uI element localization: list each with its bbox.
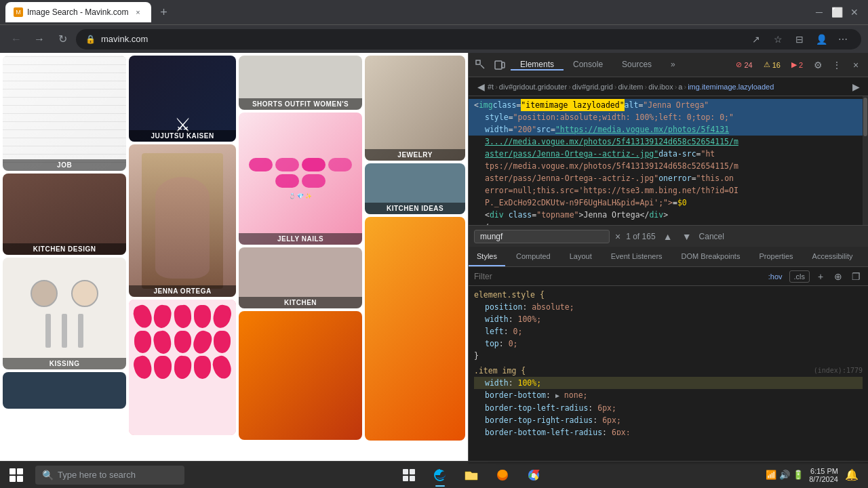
clock-date: 8/7/2024	[809, 475, 838, 483]
filter-input[interactable]	[474, 272, 762, 281]
inspect-element-button[interactable]	[473, 57, 489, 73]
close-window-button[interactable]: ✕	[846, 4, 863, 20]
list-item[interactable]	[3, 372, 126, 409]
maximize-button[interactable]: ⬜	[829, 4, 845, 20]
file-explorer-icon[interactable]	[456, 462, 486, 489]
tab-elements[interactable]: Elements	[511, 60, 564, 70]
taskbar: 🔍 Type here to search	[0, 461, 868, 488]
search-bar: × 1 of 165 ▲ ▼ Cancel	[469, 225, 868, 247]
sound-icon[interactable]: 🔊	[779, 470, 790, 480]
taskbar-search[interactable]: 🔍 Type here to search	[35, 466, 184, 485]
list-item[interactable]: Kissing	[3, 258, 126, 369]
add-style-button[interactable]: +	[814, 270, 827, 283]
search-cancel-button[interactable]: Cancel	[699, 232, 724, 241]
new-rule-button[interactable]: ⊕	[831, 270, 845, 283]
code-content[interactable]: <img class="itemimage lazyloaded" alt="J…	[469, 96, 863, 225]
svg-rect-4	[410, 469, 415, 474]
minimize-button[interactable]: ─	[811, 4, 827, 20]
svg-point-10	[532, 473, 536, 477]
windows-logo-icon	[9, 468, 23, 482]
extensions-icon[interactable]: ⋯	[834, 30, 852, 48]
profile-icon[interactable]: 👤	[812, 30, 830, 48]
notification-button[interactable]: 🔔	[844, 467, 860, 483]
breadcrumb-item[interactable]: div#grid.grid	[572, 83, 613, 91]
tab-more[interactable]: »	[661, 60, 685, 70]
breadcrumb-nav-right[interactable]: ▶	[849, 80, 863, 94]
start-button[interactable]	[0, 462, 33, 488]
list-item[interactable]: Kitchen Ideas	[365, 163, 465, 214]
styles-content[interactable]: element.style { position: absolute; widt…	[469, 286, 868, 435]
breadcrumb-item[interactable]: div.ibox	[648, 83, 673, 91]
tab-console[interactable]: Console	[564, 60, 612, 70]
item-label: Kitchen Ideas	[365, 203, 465, 214]
task-view-icon[interactable]	[394, 462, 424, 489]
tab-styles[interactable]: Styles	[469, 247, 505, 266]
code-line: aster/pass/Jenna-Ortega--actriz-.jpg" da…	[469, 148, 863, 160]
share-icon[interactable]: ↗	[747, 30, 765, 48]
breadcrumb-bar: ◀ #t › div#gridout.gridouter › div#grid.…	[469, 77, 868, 96]
list-item[interactable]	[365, 217, 465, 441]
list-item[interactable]: Jenna Ortega	[129, 144, 236, 297]
breadcrumb-item[interactable]: #t	[488, 83, 494, 91]
breadcrumb-item[interactable]: div#gridout.gridouter	[499, 83, 567, 91]
code-area: <img class="itemimage lazyloaded" alt="J…	[469, 96, 868, 225]
breadcrumb-nav-left[interactable]: ◀	[474, 80, 488, 94]
tab-sources[interactable]: Sources	[612, 60, 661, 70]
split-screen-icon[interactable]: ⊟	[791, 30, 808, 48]
search-prev-button[interactable]: ▲	[661, 230, 675, 243]
devtools-close-button[interactable]: ×	[848, 57, 864, 73]
battery-icon[interactable]: 🔋	[793, 470, 804, 480]
chrome-icon[interactable]	[519, 462, 549, 489]
cls-button[interactable]: .cls	[789, 270, 810, 283]
list-item[interactable]: ⚔ Jujutsu Kaisen	[129, 56, 236, 142]
edge-browser-icon[interactable]	[425, 462, 455, 489]
search-clear-button[interactable]: ×	[615, 231, 620, 242]
tab-computed[interactable]: Computed	[508, 247, 559, 266]
back-button[interactable]: ←	[7, 30, 26, 49]
code-line: width="200" src="https://media.vogue.mx/…	[469, 123, 863, 136]
bookmark-icon[interactable]: ☆	[769, 30, 787, 48]
network-icon[interactable]: 📶	[766, 470, 776, 480]
system-clock[interactable]: 6:15 PM 8/7/2024	[809, 467, 838, 483]
error-badge: ⊘ 24	[732, 59, 756, 70]
search-input[interactable]	[474, 230, 610, 243]
list-item[interactable]: Jewelry	[365, 56, 465, 161]
svg-rect-6	[410, 476, 415, 481]
refresh-button[interactable]: ↻	[53, 30, 72, 49]
tab-dom-breakpoints[interactable]: DOM Breakpoints	[673, 247, 749, 266]
tab-properties[interactable]: Properties	[751, 247, 801, 266]
tab-favicon: M	[14, 7, 23, 17]
breadcrumb-item-active[interactable]: img.itemimage.lazyloaded	[688, 83, 774, 91]
devtools-settings-button[interactable]: ⚙	[810, 57, 826, 73]
list-item[interactable]	[129, 300, 236, 435]
styles-tab-bar: Styles Computed Layout Event Listeners D…	[469, 247, 868, 267]
device-toolbar-button[interactable]	[492, 57, 508, 73]
firefox-icon[interactable]	[488, 462, 517, 489]
tab-close-button[interactable]: ×	[132, 7, 143, 18]
tab-accessibility[interactable]: Accessibility	[804, 247, 861, 266]
list-item[interactable]: Kitchen Design	[3, 174, 126, 255]
list-item[interactable]	[239, 311, 362, 440]
devtools-more-button[interactable]: ⋮	[829, 57, 845, 73]
code-scrollbar[interactable]	[863, 96, 868, 225]
tab-bar: M Image Search - Mavink.com × + ─ ⬜ ✕	[0, 0, 868, 24]
list-item[interactable]: 💍 💎 ✨ Jelly Nails	[239, 113, 362, 245]
url-bar[interactable]: 🔒 mavink.com ↗ ☆ ⊟ 👤 ⋯	[76, 29, 861, 49]
code-line: tps://media.vogue.mx/photos/5f413139124d…	[469, 160, 863, 172]
breadcrumb-item[interactable]: div.item	[618, 83, 643, 91]
new-tab-button[interactable]: +	[154, 3, 173, 22]
devtools-panel: Elements Console Sources » ⊘ 24 ⚠ 16 ▶ 2	[468, 53, 868, 464]
search-placeholder-text: Type here to search	[58, 470, 136, 480]
search-next-button[interactable]: ▼	[680, 230, 694, 243]
code-line: <div class="topname">Jenna Ortega</div>	[469, 209, 863, 221]
forward-button[interactable]: →	[30, 30, 49, 49]
list-item[interactable]: Shorts Outfit Women's	[239, 56, 362, 110]
tab-event-listeners[interactable]: Event Listeners	[603, 247, 671, 266]
copy-styles-button[interactable]: ❐	[849, 270, 863, 283]
list-item[interactable]: Job	[3, 56, 126, 171]
active-tab[interactable]: M Image Search - Mavink.com ×	[5, 2, 151, 22]
tab-layout[interactable]: Layout	[561, 247, 600, 266]
item-label: Kitchen	[239, 297, 362, 308]
list-item[interactable]: Kitchen	[239, 247, 362, 308]
pseudo-hov-button[interactable]: :hov	[766, 271, 785, 282]
